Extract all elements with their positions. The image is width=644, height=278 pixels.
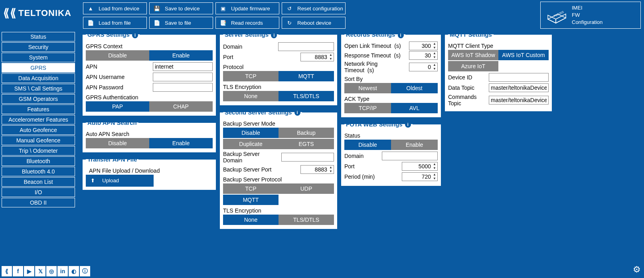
- spin-up-icon[interactable]: ▲: [432, 173, 437, 177]
- save-to-device-button[interactable]: 💾Save to device: [149, 2, 213, 14]
- backup-tls-tlsdtls[interactable]: TLS/DTLS: [279, 215, 334, 225]
- backup-udp[interactable]: UDP: [279, 183, 334, 194]
- sidebar-item-i-o[interactable]: I/O: [2, 187, 75, 197]
- spin-down-icon[interactable]: ▼: [328, 170, 334, 174]
- gprs-context-enable[interactable]: Enable: [149, 50, 213, 61]
- youtube-icon[interactable]: ▶: [24, 266, 34, 276]
- sidebar-item-auto-geofence[interactable]: Auto Geofence: [2, 125, 75, 135]
- reset-config-button[interactable]: ↺Reset configuration: [282, 2, 346, 14]
- info-icon[interactable]: i: [398, 32, 404, 38]
- spin-down-icon[interactable]: ▼: [432, 177, 437, 181]
- spin-down-icon[interactable]: ▼: [328, 57, 334, 61]
- sort-oldest[interactable]: Oldest: [391, 83, 438, 93]
- fota-domain-input[interactable]: [382, 152, 438, 160]
- info-footer-icon[interactable]: ⓘ: [80, 266, 90, 276]
- backup-tls-none[interactable]: None: [223, 215, 279, 225]
- sidebar-item-status[interactable]: Status: [2, 32, 75, 41]
- auto-apn-enable[interactable]: Enable: [149, 138, 213, 148]
- sidebar-item-features[interactable]: Features: [2, 104, 75, 114]
- info-icon[interactable]: i: [271, 32, 277, 38]
- tls-label: TLS Encryption: [223, 84, 334, 90]
- backup-tcp[interactable]: TCP: [223, 183, 279, 194]
- sidebar-item-system[interactable]: System: [2, 53, 75, 62]
- backup-domain-input[interactable]: [281, 153, 334, 162]
- sidebar-item-bluetooth-4-0[interactable]: Bluetooth 4.0: [2, 167, 75, 176]
- sidebar-item-gsm-operators[interactable]: GSM Operators: [2, 94, 75, 104]
- ack-type-label: ACK Type: [344, 96, 438, 102]
- sidebar-item-obd-ii[interactable]: OBD II: [2, 198, 75, 207]
- sidebar-item-beacon-list[interactable]: Beacon List: [2, 177, 75, 187]
- tls-tlsdtls[interactable]: TLS/DTLS: [279, 91, 334, 101]
- mqtt-client-segment-row1: AWS IoT Shadow AWS IoT Custom: [448, 50, 549, 60]
- second-server-panel: Second Server Settings i Backup Server M…: [219, 109, 338, 230]
- update-firmware-button[interactable]: ▣Update firmware: [215, 2, 279, 14]
- sidebar-item-gprs[interactable]: GPRS: [2, 63, 75, 73]
- spin-down-icon[interactable]: ▼: [432, 166, 437, 170]
- backup-duplicate[interactable]: Duplicate: [223, 139, 279, 149]
- sidebar-item-manual-geofence[interactable]: Manual Geofence: [2, 136, 75, 145]
- sort-newest[interactable]: Newest: [344, 83, 391, 93]
- proto-tcp[interactable]: TCP: [223, 71, 279, 81]
- backup-egts[interactable]: EGTS: [279, 139, 334, 149]
- spin-up-icon[interactable]: ▲: [432, 63, 437, 67]
- backup-disable[interactable]: Disable: [223, 128, 279, 138]
- wiki-icon[interactable]: ◐: [69, 266, 79, 276]
- sidebar-item-bluetooth[interactable]: Bluetooth: [2, 156, 75, 166]
- spin-up-icon[interactable]: ▲: [432, 51, 437, 55]
- proto-mqtt[interactable]: MQTT: [279, 71, 334, 81]
- info-icon[interactable]: i: [294, 110, 300, 116]
- mqtt-cmdtopic-input[interactable]: [489, 96, 549, 104]
- spin-down-icon[interactable]: ▼: [432, 55, 437, 59]
- ack-avl[interactable]: AVL: [391, 103, 438, 113]
- backup-mqtt[interactable]: MQTT: [223, 195, 279, 205]
- spin-up-icon[interactable]: ▲: [328, 166, 334, 170]
- tls-none[interactable]: None: [223, 91, 279, 101]
- spin-up-icon[interactable]: ▲: [328, 53, 334, 57]
- settings-gear-icon[interactable]: ⚙: [633, 264, 641, 275]
- sidebar-item-data-acquisition[interactable]: Data Acquisition: [2, 73, 75, 83]
- apn-upload-button[interactable]: ⬆Upload: [86, 175, 154, 187]
- apn-pass-input[interactable]: [153, 83, 213, 92]
- fota-disable[interactable]: Disable: [344, 140, 391, 150]
- sidebar-item-sms-call-settings[interactable]: SMS \ Call Settings: [2, 84, 75, 93]
- apn-input[interactable]: [153, 62, 213, 71]
- sidebar-item-accelerometer-features[interactable]: Accelerometer Features: [2, 115, 75, 124]
- gprs-auth-pap[interactable]: PAP: [86, 101, 149, 112]
- facebook-icon[interactable]: f: [13, 266, 23, 276]
- gprs-settings-title: GPRS Settings i: [86, 31, 140, 38]
- fota-enable[interactable]: Enable: [391, 140, 438, 150]
- load-from-device-button[interactable]: ▲Load from device: [83, 2, 147, 14]
- spin-down-icon[interactable]: ▼: [432, 46, 437, 50]
- gprs-auth-chap[interactable]: CHAP: [149, 101, 213, 112]
- load-from-file-button[interactable]: 📄Load from file: [83, 17, 147, 29]
- apn-user-input[interactable]: [153, 73, 213, 81]
- info-icon[interactable]: i: [132, 32, 138, 38]
- backup-proto-segment-row1: TCP UDP: [223, 183, 334, 194]
- read-records-button[interactable]: 📑Read records: [215, 17, 279, 29]
- twitter-icon[interactable]: 𝕏: [35, 266, 45, 276]
- mqtt-azure[interactable]: Azure IoT: [448, 61, 498, 71]
- domain-input[interactable]: [278, 42, 334, 51]
- info-icon[interactable]: i: [405, 122, 411, 128]
- backup-backup[interactable]: Backup: [279, 128, 334, 138]
- mqtt-shadow[interactable]: AWS IoT Shadow: [448, 50, 498, 60]
- sidebar-item-security[interactable]: Security: [2, 42, 75, 52]
- linkedin-icon[interactable]: in: [57, 266, 68, 276]
- mqtt-datatopic-input[interactable]: [489, 83, 549, 92]
- ack-tcpip[interactable]: TCP/IP: [344, 103, 391, 113]
- spin-down-icon[interactable]: ▼: [432, 67, 437, 71]
- sidebar-item-trip-odometer[interactable]: Trip \ Odometer: [2, 146, 75, 156]
- spin-up-icon[interactable]: ▲: [432, 162, 437, 166]
- save-to-file-button[interactable]: 📄Save to file: [149, 17, 213, 29]
- backup-port-label: Backup Server Port: [223, 166, 298, 173]
- mqtt-custom[interactable]: AWS IoT Custom: [498, 50, 549, 60]
- gprs-context-disable[interactable]: Disable: [86, 50, 149, 61]
- mqtt-deviceid-input[interactable]: [489, 73, 549, 82]
- reboot-device-button[interactable]: ↻Reboot device: [282, 17, 346, 29]
- port-label: Port: [223, 54, 298, 60]
- auto-apn-disable[interactable]: Disable: [86, 138, 149, 148]
- spin-up-icon[interactable]: ▲: [432, 42, 437, 46]
- teltonika-icon[interactable]: ⟪: [2, 266, 12, 276]
- instagram-icon[interactable]: ◎: [46, 266, 57, 276]
- chip-icon: ▣: [220, 6, 226, 12]
